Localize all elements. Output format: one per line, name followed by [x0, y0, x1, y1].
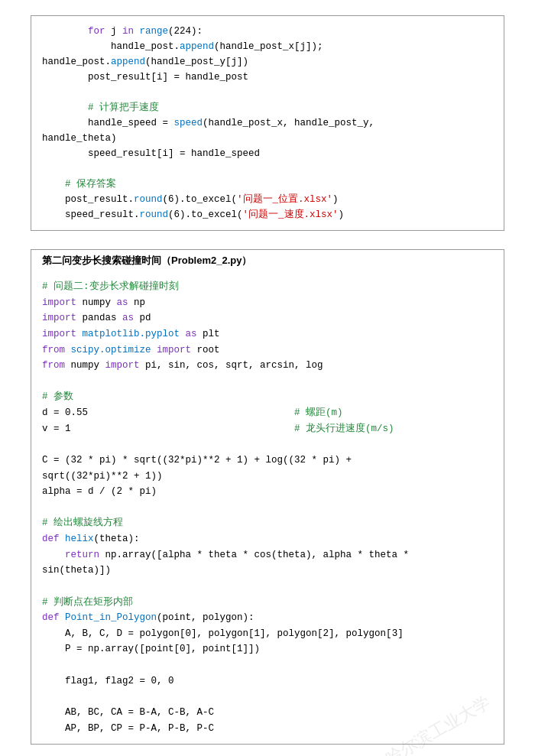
- section2-header: 第二问变步长搜索碰撞时间（Problem2_2.py）: [31, 249, 504, 271]
- code-block-2: # 问题二:变步长求解碰撞时刻 import numpy as np impor…: [31, 271, 504, 745]
- code-block-1: for j in range(224): handle_post.append(…: [31, 15, 504, 231]
